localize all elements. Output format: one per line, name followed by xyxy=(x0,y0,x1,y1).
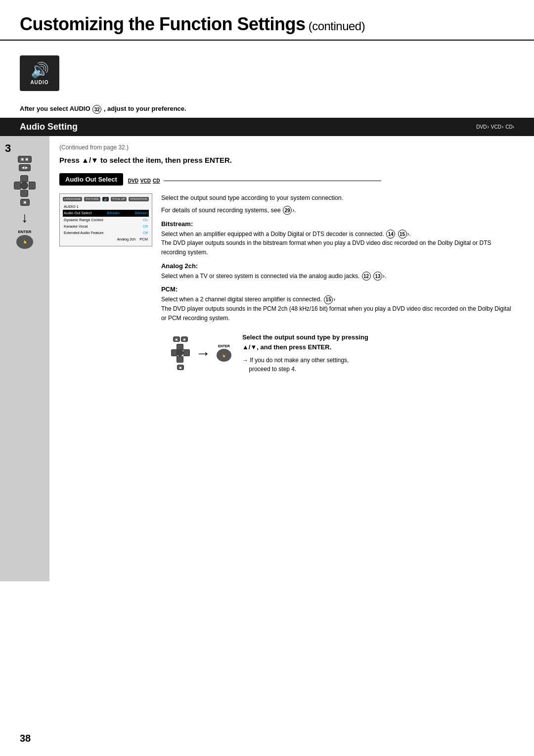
speaker-icon: 🔊 xyxy=(31,61,49,79)
subsection-pcm-body: Select when a 2 channel digital stereo a… xyxy=(161,295,514,323)
dpad-center xyxy=(20,182,28,189)
screen-audio-label: AUDIO 1 xyxy=(64,204,79,209)
dpad-down xyxy=(20,190,28,197)
screen-tab-bar: LANGUAGE PICTURE 🔊 TITLE UP OPERATION xyxy=(63,197,149,201)
instruction-line: After you select AUDIO 32 , adjust to yo… xyxy=(0,96,534,118)
enter-label-sm: ENTER xyxy=(218,344,230,348)
disc-dvd-inline: DVD xyxy=(128,178,138,184)
page-wrapper: Customizing the Function Settings (conti… xyxy=(0,0,534,756)
disc-dvd: DVD xyxy=(476,124,489,130)
audio-out-header-row: Audio Out Select DVD VCD CD xyxy=(59,173,514,189)
circled-12: 12 xyxy=(362,272,371,281)
screen-opt-pcm: PCM xyxy=(139,236,148,242)
step-number: 3 xyxy=(5,142,11,155)
disc-line-separator xyxy=(164,181,381,182)
screen-body: AUDIO 1 Audio Out Select Bitream Bitream… xyxy=(63,203,149,243)
screen-row-audioout: Audio Out Select Bitream Bitream xyxy=(63,210,149,216)
rs-top-btn2: ▣ xyxy=(181,336,188,342)
subsection-bitstream-title: Bitstream: xyxy=(161,220,514,228)
page-title: Customizing the Function Settings (conti… xyxy=(20,14,514,35)
page-number: 38 xyxy=(20,733,31,744)
audio-icon-area: 🔊 AUDIO xyxy=(0,41,534,96)
page-header: Customizing the Function Settings (conti… xyxy=(0,0,534,41)
press-instruction: Press ▲/▼ to select the item, then press… xyxy=(59,156,514,164)
disc-cd-inline: CD xyxy=(153,178,160,184)
screen-audioout-val2: Bitream xyxy=(135,210,148,216)
screen-row-options: Analog 2ch PCM xyxy=(63,236,149,242)
remote-top-buttons: ▣ ▣ ◀ ▶ xyxy=(18,156,32,171)
screen-row-karaoke: Karaoke Vocal Off xyxy=(63,223,149,230)
continued-note: (Continued from page 32.) xyxy=(59,144,514,151)
tab-language: LANGUAGE xyxy=(63,197,82,201)
section-bar-title: Audio Setting xyxy=(20,122,78,132)
instruction-text-after: , adjust to your preference. xyxy=(104,105,186,112)
circled-15b: 15 xyxy=(324,295,333,304)
tab-operation: OPERATION xyxy=(129,197,149,201)
remote-dpad xyxy=(14,175,36,197)
select-instruction: Select the output sound type by pressing… xyxy=(242,332,368,352)
disc-cd: CD› xyxy=(505,124,514,130)
instruction-text-before: After you select AUDIO xyxy=(20,105,90,112)
subsection-pcm-title: PCM: xyxy=(161,285,514,293)
section-bar: Audio Setting DVD VCD CD› xyxy=(0,118,534,136)
arrow-right-icon: → xyxy=(196,345,211,362)
instruction-circled: 32 xyxy=(92,105,101,114)
audio-label: AUDIO xyxy=(30,80,48,85)
remote-button-bottom: ▣ xyxy=(20,199,30,206)
enter-btn-hand-icon: 👆 xyxy=(23,240,27,244)
page-title-suffix: (continued) xyxy=(305,19,365,33)
main-content: 3 ▣ ▣ ◀ ▶ ▣ ↓ ENTER 👆 xyxy=(0,136,534,581)
screen-drc-label: Dynamic Range Control xyxy=(64,217,103,223)
screen-row-extended: Extended Audio Feature Off xyxy=(63,230,149,236)
enter-btn-sm: 👆 xyxy=(217,349,231,362)
remote-button: ▣ ▣ xyxy=(18,156,32,163)
remote-control-illustration: ▣ ▣ ◀ ▶ ▣ xyxy=(14,156,36,206)
subsection-bitstream-body: Select when an amplifier equipped with a… xyxy=(161,230,514,257)
screen-audioout-label: Audio Out Select xyxy=(64,210,91,216)
remote-button: ◀ ▶ xyxy=(19,164,31,171)
rs-bottom-btn: ▣ xyxy=(177,365,184,370)
screen-audioout-val1: Bitream xyxy=(107,210,120,216)
audio-out-badge: Audio Out Select xyxy=(59,173,123,186)
tab-titleup: TITLE UP xyxy=(111,197,127,201)
subsection-analog-body: Select when a TV or stereo system is con… xyxy=(161,272,514,281)
enter-label: ENTER xyxy=(18,230,31,234)
enter-hand-icon: 👆 xyxy=(222,354,225,357)
arrow-note: → If you do not make any other settings,… xyxy=(242,356,368,374)
screen-opt-analog: Analog 2ch xyxy=(117,236,136,242)
screen-row-drc: Dynamic Range Control On xyxy=(63,217,149,223)
subsection-analog-title: Analog 2ch: xyxy=(161,262,514,270)
screen-row-audio: AUDIO 1 xyxy=(63,203,149,210)
enter-remote-small: ENTER 👆 xyxy=(217,344,231,362)
tab-audio: 🔊 xyxy=(102,197,109,201)
rs-dpad xyxy=(171,344,190,363)
disc-labels-header: DVD VCD CD› xyxy=(476,124,514,130)
screen-extended-label: Extended Audio Feature xyxy=(64,230,103,236)
screen-extended-val: Off xyxy=(143,230,148,236)
screen-karaoke-val: Off xyxy=(143,224,148,229)
circled-14: 14 xyxy=(386,230,395,238)
dpad-right xyxy=(29,182,36,189)
arrow-down-icon: ↓ xyxy=(21,210,28,226)
audio-icon-box: 🔊 AUDIO xyxy=(20,55,59,91)
select-instruction-block: Select the output sound type by pressing… xyxy=(242,332,368,374)
rs-dpad-right xyxy=(183,349,190,356)
circled-15a: 15 xyxy=(398,230,407,238)
disc-vcd-inline: VCD xyxy=(140,178,151,184)
enter-button-illustration: 👆 xyxy=(16,235,33,249)
screen-preview: LANGUAGE PICTURE 🔊 TITLE UP OPERATION AU… xyxy=(59,193,152,246)
audio-out-section-body: LANGUAGE PICTURE 🔊 TITLE UP OPERATION AU… xyxy=(59,193,514,374)
text-content: Select the output sound type according t… xyxy=(161,193,514,374)
rs-top-btn: ▣ xyxy=(173,336,180,342)
rs-dpad-down xyxy=(177,356,183,363)
dpad-up xyxy=(20,175,28,182)
details-note: For details of sound recording systems, … xyxy=(161,206,514,215)
tab-picture: PICTURE xyxy=(84,197,100,201)
screen-karaoke-label: Karaoke Vocal xyxy=(64,224,88,229)
bottom-remote-area: ▣ ▣ ▣ → xyxy=(161,332,514,374)
page-title-main: Customizing the Function Settings xyxy=(20,14,305,34)
screen-drc-val: On xyxy=(143,217,148,223)
circled-13: 13 xyxy=(373,272,382,281)
rs-dpad-center xyxy=(177,349,183,356)
left-sidebar: 3 ▣ ▣ ◀ ▶ ▣ ↓ ENTER 👆 xyxy=(0,136,49,581)
